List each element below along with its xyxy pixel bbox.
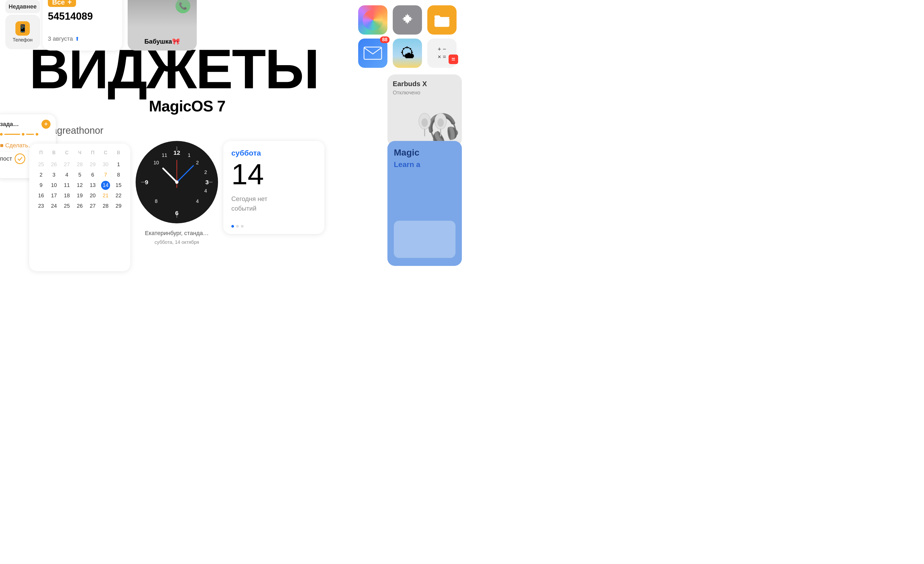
- date-day-number: 14: [231, 159, 316, 189]
- phone-icon-visual: 📱: [15, 21, 30, 36]
- svg-text:2: 2: [196, 160, 199, 165]
- subtitle-text: MagicOS 7: [149, 98, 225, 115]
- app-icon-weather[interactable]: 🌤: [393, 39, 422, 68]
- date-no-events: Сегодня нетсобытий: [231, 194, 316, 213]
- app-icon-settings[interactable]: [393, 5, 422, 34]
- widget-phone[interactable]: 📱 Телефон: [5, 15, 40, 49]
- widget-earbuds[interactable]: Earbuds X Отключено 🎧: [387, 75, 462, 146]
- svg-rect-1: [435, 18, 449, 27]
- phone-label: Телефон: [13, 37, 33, 43]
- svg-text:11: 11: [162, 152, 167, 158]
- svg-text:9: 9: [145, 179, 148, 186]
- page-subtitle: MagicOS 7: [149, 97, 225, 115]
- svg-text:10: 10: [153, 160, 159, 165]
- app-icon-files[interactable]: [427, 5, 456, 34]
- widget-contacts[interactable]: Все + 54514089 3 августа ⬆: [42, 0, 122, 51]
- clock-location: Екатеринбург, станда…: [134, 230, 219, 237]
- app-icons-second-row: 88 🌤 + −× = =: [353, 39, 462, 68]
- svg-point-4: [422, 118, 428, 127]
- widget-recent: Недавнее: [5, 0, 40, 13]
- svg-point-29: [175, 180, 178, 184]
- date-day-label: суббота: [231, 149, 316, 158]
- contacts-all-badge: Все +: [48, 0, 76, 7]
- svg-point-7: [437, 118, 444, 127]
- calendar-header: П В С Ч П С В: [34, 149, 125, 157]
- dot-inactive-2: [241, 225, 244, 228]
- svg-text:2: 2: [204, 170, 207, 175]
- earbuds-status: Отключено: [393, 90, 456, 96]
- grandma-name: Бабушка🎀: [144, 38, 180, 45]
- dot-inactive: [236, 225, 239, 228]
- svg-text:4: 4: [196, 198, 199, 204]
- earbuds-title: Earbuds X: [393, 80, 456, 88]
- recent-label: Недавнее: [9, 3, 37, 10]
- magic-subtitle: Learn a: [394, 160, 456, 169]
- widget-magic-learn[interactable]: Magic Learn a: [387, 141, 462, 266]
- phone-number: 54514089: [48, 10, 117, 22]
- widget-date[interactable]: суббота 14 Сегодня нетсобытий: [224, 141, 324, 234]
- tasks-add-button[interactable]: +: [42, 120, 51, 129]
- widget-grandma[interactable]: 📞 Бабушка🎀: [128, 0, 197, 51]
- app-icon-mail[interactable]: 88: [358, 39, 387, 68]
- dot-active: [231, 225, 234, 228]
- widget-clock: 12 3 6 9 2 4 10 8 1 2 4 11 Екатеринбург,…: [136, 141, 218, 224]
- svg-text:3: 3: [205, 179, 209, 186]
- svg-text:12: 12: [173, 149, 180, 156]
- app-icons-top-row: [353, 0, 462, 40]
- contact-date: 3 августа: [48, 35, 73, 42]
- svg-rect-2: [364, 47, 382, 59]
- tasks-title: зада…: [0, 121, 19, 128]
- app-icon-photos[interactable]: [358, 5, 387, 34]
- svg-text:4: 4: [204, 188, 207, 194]
- upload-icon: ⬆: [75, 36, 80, 42]
- clock-date: суббота, 14 октября: [154, 240, 199, 245]
- widget-calendar[interactable]: П В С Ч П С В 25 26 27 28 29 30 1 2 3 4 …: [29, 144, 130, 271]
- svg-text:6: 6: [175, 210, 178, 216]
- svg-text:8: 8: [155, 198, 158, 204]
- calendar-grid: 25 26 27 28 29 30 1 2 3 4 5 6 7 8 9 10 1…: [34, 159, 125, 211]
- magic-title: Magic: [394, 147, 456, 158]
- mail-badge: 88: [380, 36, 390, 43]
- svg-text:1: 1: [188, 152, 190, 158]
- app-icon-calculator[interactable]: + −× = =: [427, 39, 456, 68]
